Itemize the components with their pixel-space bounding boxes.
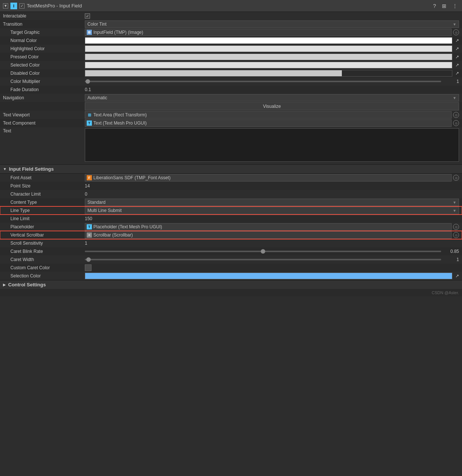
label-line-type: Line Type xyxy=(3,208,85,213)
row-point-size: Point Size 14 xyxy=(0,182,462,190)
value-normal-color: ↗ xyxy=(85,37,459,44)
placeholder-picker[interactable]: ◎ xyxy=(453,224,459,230)
line-type-dropdown[interactable]: Multi Line Submit ▼ xyxy=(85,207,459,214)
input-field-settings-header[interactable]: ▼ Input Field Settings xyxy=(0,164,462,174)
selection-color-swatch[interactable] xyxy=(85,273,452,279)
transition-dropdown[interactable]: Color Tint ▼ xyxy=(85,20,459,28)
row-target-graphic: Target Graphic ⊞ InputField (TMP) (Image… xyxy=(0,28,462,36)
target-graphic-asset[interactable]: ⊞ InputField (TMP) (Image) xyxy=(85,29,452,36)
value-selected-color: ↗ xyxy=(85,62,459,68)
label-text-component: Text Component xyxy=(3,120,85,126)
color-multiplier-value: 1 xyxy=(444,79,459,84)
control-settings-header[interactable]: ▶ Control Settings xyxy=(0,280,462,289)
row-text-label: Text xyxy=(0,127,462,164)
value-content-type[interactable]: Standard ▼ xyxy=(85,199,459,206)
value-custom-caret-color xyxy=(85,264,459,271)
label-target-graphic: Target Graphic xyxy=(3,30,85,35)
highlighted-color-swatch[interactable] xyxy=(85,45,452,52)
scrollbar-picker[interactable]: ◎ xyxy=(453,232,459,238)
row-transition: Transition Color Tint ▼ xyxy=(0,20,462,28)
caret-blink-thumb xyxy=(261,249,265,254)
interactable-checkbox[interactable]: ✓ xyxy=(85,13,90,19)
text-component-asset[interactable]: T Text (Text Mesh Pro UGUI) xyxy=(85,119,452,127)
disabled-picker-icon[interactable]: ↗ xyxy=(455,71,459,76)
color-picker-icon[interactable]: ↗ xyxy=(455,38,459,43)
value-text-component: T Text (Text Mesh Pro UGUI) ◎ xyxy=(85,119,459,127)
font-asset-picker[interactable]: ◎ xyxy=(453,175,459,181)
title-bar: ▼ I ✓ TextMeshPro - Input Field ? ⊞ ⋮ xyxy=(0,0,462,12)
collapse-toggle[interactable]: ▼ xyxy=(3,3,8,9)
caret-width-thumb xyxy=(86,257,91,262)
text-viewport-icon: ⊞ xyxy=(87,112,92,118)
label-custom-caret-color: Custom Caret Color xyxy=(3,265,85,270)
scroll-sensitivity-value[interactable]: 1 xyxy=(85,241,459,246)
value-line-limit: 150 xyxy=(85,216,459,221)
title-bar-left: ▼ I ✓ TextMeshPro - Input Field xyxy=(3,3,431,9)
label-scroll-sensitivity: Scroll Sensitivity xyxy=(3,241,85,246)
slider-thumb xyxy=(86,79,90,84)
value-placeholder: T Placeholder (Text Mesh Pro UGUI) ◎ xyxy=(85,223,459,231)
row-visualize: Visualize xyxy=(0,102,462,111)
line-type-chevron-icon: ▼ xyxy=(453,209,456,213)
value-navigation[interactable]: Automatic ▼ xyxy=(85,94,459,102)
row-line-type: Line Type Multi Line Submit ▼ xyxy=(0,206,462,215)
highlighted-picker-icon[interactable]: ↗ xyxy=(455,46,459,51)
normal-color-swatch[interactable] xyxy=(85,37,452,44)
label-pressed-color: Pressed Color xyxy=(3,54,85,60)
visualize-button[interactable]: Visualize xyxy=(85,102,459,110)
content-type-dropdown[interactable]: Standard ▼ xyxy=(85,199,459,206)
value-visualize: Visualize xyxy=(85,102,459,110)
pressed-color-swatch[interactable] xyxy=(85,54,452,60)
label-selection-color: Selection Color xyxy=(3,273,85,279)
inspector-content: Interactable ✓ Transition Color Tint ▼ T… xyxy=(0,12,462,296)
label-content-type: Content Type xyxy=(3,200,85,205)
help-icon[interactable]: ? xyxy=(431,2,437,10)
target-graphic-picker[interactable]: ◎ xyxy=(453,29,459,35)
value-vertical-scrollbar: ≡ Scrollbar (Scrollbar) ◎ xyxy=(85,231,459,239)
value-line-type[interactable]: Multi Line Submit ▼ xyxy=(85,207,459,214)
line-limit-value[interactable]: 150 xyxy=(85,216,459,221)
row-scroll-sensitivity: Scroll Sensitivity 1 xyxy=(0,239,462,247)
font-asset-ref[interactable]: F LiberationSans SDF (TMP_Font Asset) xyxy=(85,174,452,181)
row-custom-caret-color: Custom Caret Color xyxy=(0,264,462,272)
label-interactable: Interactable xyxy=(3,13,85,19)
row-text-component: Text Component T Text (Text Mesh Pro UGU… xyxy=(0,119,462,127)
enabled-checkbox[interactable]: ✓ xyxy=(19,3,25,9)
point-size-value[interactable]: 14 xyxy=(85,183,459,189)
settings-icon[interactable]: ⊞ xyxy=(440,2,448,10)
label-point-size: Point Size xyxy=(3,183,85,189)
label-caret-blink-rate: Caret Blink Rate xyxy=(3,249,85,254)
caret-width-value: 1 xyxy=(444,257,459,262)
more-icon[interactable]: ⋮ xyxy=(451,2,459,10)
text-component-picker[interactable]: ◎ xyxy=(453,120,459,126)
selection-picker-icon[interactable]: ↗ xyxy=(455,273,459,279)
row-caret-width: Caret Width 1 xyxy=(0,255,462,264)
row-selected-color: Selected Color ↗ xyxy=(0,61,462,69)
text-viewport-asset[interactable]: ⊞ Text Area (Rect Transform) xyxy=(85,111,452,119)
scrollbar-asset[interactable]: ≡ Scrollbar (Scrollbar) xyxy=(85,231,452,239)
text-viewport-picker[interactable]: ◎ xyxy=(453,112,459,118)
character-limit-value[interactable]: 0 xyxy=(85,192,459,197)
custom-caret-swatch[interactable] xyxy=(85,264,92,271)
image-asset-icon: ⊞ xyxy=(87,30,92,35)
value-interactable: ✓ xyxy=(85,13,459,19)
row-interactable: Interactable ✓ xyxy=(0,12,462,20)
selected-color-swatch[interactable] xyxy=(85,62,452,68)
label-disabled-color: Disabled Color xyxy=(3,71,85,76)
row-vertical-scrollbar: Vertical Scrollbar ≡ Scrollbar (Scrollba… xyxy=(0,231,462,239)
selected-picker-icon[interactable]: ↗ xyxy=(455,62,459,68)
fade-duration-value[interactable]: 0.1 xyxy=(85,87,459,92)
text-textarea[interactable] xyxy=(85,128,459,162)
value-transition[interactable]: Color Tint ▼ xyxy=(85,20,459,28)
pressed-picker-icon[interactable]: ↗ xyxy=(455,54,459,60)
caret-width-slider[interactable] xyxy=(85,259,441,260)
value-caret-blink-rate: 0.85 xyxy=(85,249,459,254)
placeholder-asset[interactable]: T Placeholder (Text Mesh Pro UGUI) xyxy=(85,223,452,231)
color-multiplier-slider[interactable] xyxy=(85,81,441,82)
label-placeholder: Placeholder xyxy=(3,224,85,229)
caret-blink-value: 0.85 xyxy=(444,249,459,254)
caret-blink-slider[interactable] xyxy=(85,251,441,252)
disabled-color-swatch[interactable] xyxy=(85,70,452,77)
navigation-dropdown[interactable]: Automatic ▼ xyxy=(85,94,459,102)
chevron-down-icon: ▼ xyxy=(453,22,456,26)
